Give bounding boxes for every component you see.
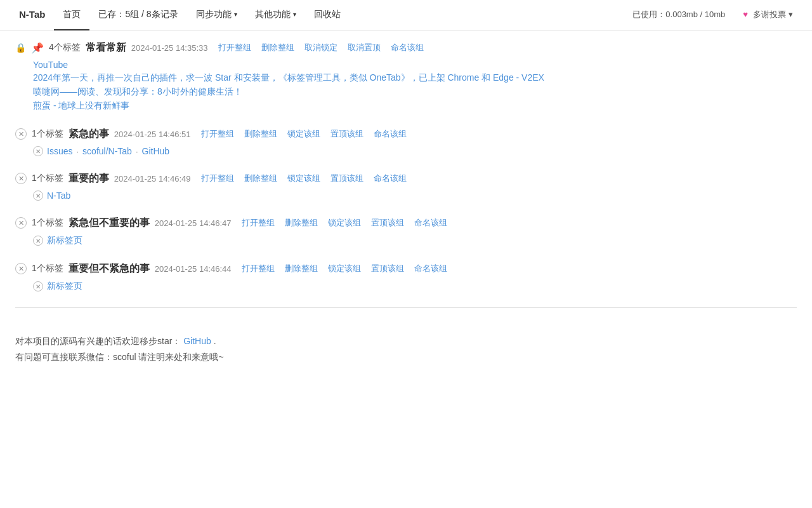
- group-action-delete-1[interactable]: 删除整组: [256, 41, 299, 55]
- group-card-5: ✕ 1个标签 重要但不紧急的事 2024-01-25 14:46:44 打开整组…: [15, 262, 797, 292]
- group-card-4: ✕ 1个标签 紧急但不重要的事 2024-01-25 14:46:47 打开整组…: [15, 216, 797, 246]
- tab-list-1: YouTube 2024年第一天，再推一次自己的插件，求一波 Star 和安装量…: [33, 60, 797, 112]
- group-action-open-3[interactable]: 打开整组: [196, 171, 239, 185]
- group-actions-4: 打开整组 删除整组 锁定该组 置顶该组 命名该组: [237, 216, 452, 230]
- group-action-delete-4[interactable]: 删除整组: [280, 216, 323, 230]
- group-time-2: 2024-01-25 14:46:51: [114, 130, 191, 139]
- tab-link-youtube[interactable]: YouTube: [33, 60, 68, 70]
- group-header-5: ✕ 1个标签 重要但不紧急的事 2024-01-25 14:46:44 打开整组…: [15, 262, 797, 276]
- group-action-open-2[interactable]: 打开整组: [196, 127, 239, 141]
- group-count-3: 1个标签: [32, 173, 63, 184]
- group-action-open-4[interactable]: 打开整组: [237, 216, 280, 230]
- group-action-name-3[interactable]: 命名该组: [369, 171, 412, 185]
- group-name-3: 重要的事: [69, 172, 109, 185]
- group-card-3: ✕ 1个标签 重要的事 2024-01-25 14:46:49 打开整组 删除整…: [15, 171, 797, 201]
- group-action-name-2[interactable]: 命名该组: [369, 127, 412, 141]
- tab-item-4: 煎蛋 - 地球上没有新鲜事: [33, 100, 797, 112]
- footer-text-1: 对本项目的源码有兴趣的话欢迎移步star：: [15, 336, 181, 346]
- group-action-lock-2[interactable]: 锁定该组: [282, 127, 325, 141]
- group-card-2: ✕ 1个标签 紧急的事 2024-01-25 14:46:51 打开整组 删除整…: [15, 127, 797, 156]
- tab-link-github[interactable]: GitHub: [142, 146, 170, 156]
- group-close-5[interactable]: ✕: [15, 263, 27, 274]
- tab-close-8[interactable]: ✕: [33, 190, 43, 201]
- group-count-1: 4个标签: [49, 42, 81, 53]
- tab-item-5: ✕ Issues · scoful/N-Tab · GitHub: [33, 146, 797, 156]
- group-name-2: 紧急的事: [69, 128, 109, 141]
- group-name-4: 紧急但不重要的事: [69, 217, 150, 230]
- tab-sep-1: ·: [76, 147, 79, 156]
- tab-link-scoful[interactable]: scoful/N-Tab: [82, 146, 132, 156]
- tab-item-1: YouTube: [33, 60, 797, 70]
- group-close-2[interactable]: ✕: [15, 128, 27, 140]
- nav-saved[interactable]: 已存：5组 / 8条记录: [89, 0, 187, 30]
- group-card-1: 🔒 📌 4个标签 常看常新 2024-01-25 14:35:33 打开整组 删…: [15, 41, 797, 112]
- group-close-3[interactable]: ✕: [15, 173, 27, 184]
- tab-link-newtab-1[interactable]: 新标签页: [47, 235, 82, 246]
- tab-link-v2ex[interactable]: 2024年第一天，再推一次自己的插件，求一波 Star 和安装量，《标签管理工具…: [33, 72, 544, 84]
- group-actions-2: 打开整组 删除整组 锁定该组 置顶该组 命名该组: [196, 127, 412, 141]
- tab-list-4: ✕ 新标签页: [33, 235, 797, 246]
- lock-icon: 🔒: [15, 43, 26, 53]
- group-action-pin-3[interactable]: 置顶该组: [325, 171, 369, 185]
- tab-link-newtab-2[interactable]: 新标签页: [47, 281, 82, 292]
- tab-link-issues[interactable]: Issues: [47, 146, 72, 156]
- group-count-2: 1个标签: [32, 128, 63, 140]
- tab-item-3: 喷嚏网——阅读、发现和分享：8小时外的健康生活！: [33, 86, 797, 98]
- tab-link-jiandan[interactable]: 煎蛋 - 地球上没有新鲜事: [33, 100, 129, 112]
- group-time-3: 2024-01-25 14:46:49: [114, 174, 191, 184]
- tab-close-9[interactable]: ✕: [33, 236, 43, 246]
- group-header-2: ✕ 1个标签 紧急的事 2024-01-25 14:46:51 打开整组 删除整…: [15, 127, 797, 141]
- tab-close-10[interactable]: ✕: [33, 281, 43, 291]
- footer-github-link[interactable]: GitHub: [183, 336, 211, 346]
- group-action-unpin-1[interactable]: 取消置顶: [343, 41, 386, 55]
- group-actions-5: 打开整组 删除整组 锁定该组 置顶该组 命名该组: [237, 262, 452, 276]
- footer-divider: [15, 307, 797, 308]
- group-time-5: 2024-01-25 14:46:44: [155, 264, 232, 274]
- tab-link-ntab[interactable]: N-Tab: [47, 190, 70, 201]
- group-action-name-5[interactable]: 命名该组: [409, 262, 452, 276]
- nav-usage: 已使用：0.003mb / 10mb: [624, 0, 734, 30]
- group-header-1: 🔒 📌 4个标签 常看常新 2024-01-25 14:35:33 打开整组 删…: [15, 41, 797, 55]
- group-header-4: ✕ 1个标签 紧急但不重要的事 2024-01-25 14:46:47 打开整组…: [15, 216, 797, 230]
- tab-item-8: ✕ N-Tab: [33, 190, 797, 201]
- group-time-4: 2024-01-25 14:46:47: [155, 218, 232, 228]
- group-actions-1: 打开整组 删除整组 取消锁定 取消置顶 命名该组: [213, 41, 429, 55]
- group-actions-3: 打开整组 删除整组 锁定该组 置顶该组 命名该组: [196, 171, 412, 185]
- group-time-1: 2024-01-25 14:35:33: [131, 43, 208, 53]
- group-action-delete-2[interactable]: 删除整组: [239, 127, 282, 141]
- group-action-pin-5[interactable]: 置顶该组: [366, 262, 409, 276]
- tab-item-9: ✕ 新标签页: [33, 235, 797, 246]
- nav-vote[interactable]: ♥ 多谢投票 ▾: [734, 0, 802, 30]
- group-header-3: ✕ 1个标签 重要的事 2024-01-25 14:46:49 打开整组 删除整…: [15, 171, 797, 185]
- group-name-1: 常看常新: [86, 41, 126, 55]
- group-action-delete-5[interactable]: 删除整组: [280, 262, 323, 276]
- group-count-4: 1个标签: [32, 217, 63, 229]
- pin-icon: 📌: [31, 42, 44, 54]
- group-action-pin-4[interactable]: 置顶该组: [366, 216, 409, 230]
- group-action-delete-3[interactable]: 删除整组: [239, 171, 282, 185]
- nav-brand[interactable]: N-Tab: [10, 0, 54, 30]
- tab-close-5[interactable]: ✕: [33, 146, 43, 156]
- nav-sync[interactable]: 同步功能: [187, 0, 246, 30]
- group-action-open-5[interactable]: 打开整组: [237, 262, 280, 276]
- group-action-name-1[interactable]: 命名该组: [386, 41, 429, 55]
- group-action-open-1[interactable]: 打开整组: [213, 41, 256, 55]
- group-action-lock-5[interactable]: 锁定该组: [323, 262, 366, 276]
- group-action-lock-4[interactable]: 锁定该组: [323, 216, 366, 230]
- tab-list-3: ✕ N-Tab: [33, 190, 797, 201]
- group-close-4[interactable]: ✕: [15, 217, 27, 229]
- tab-link-penti[interactable]: 喷嚏网——阅读、发现和分享：8小时外的健康生活！: [33, 86, 242, 98]
- group-action-name-4[interactable]: 命名该组: [409, 216, 452, 230]
- nav-home[interactable]: 首页: [54, 0, 89, 30]
- tab-sep-2: ·: [136, 147, 138, 156]
- group-name-5: 重要但不紧急的事: [69, 262, 150, 276]
- footer-line-2: 有问题可直接联系微信：scoful 请注明来处和来意哦~: [15, 349, 797, 365]
- group-action-unlock-1[interactable]: 取消锁定: [299, 41, 343, 55]
- group-action-lock-3[interactable]: 锁定该组: [282, 171, 325, 185]
- group-action-pin-2[interactable]: 置顶该组: [325, 127, 369, 141]
- nav-trash[interactable]: 回收站: [305, 0, 350, 30]
- nav-other[interactable]: 其他功能: [246, 0, 305, 30]
- tab-list-2: ✕ Issues · scoful/N-Tab · GitHub: [33, 146, 797, 156]
- dropdown-arrow-icon: ▾: [789, 10, 793, 19]
- heart-icon: ♥: [743, 10, 748, 19]
